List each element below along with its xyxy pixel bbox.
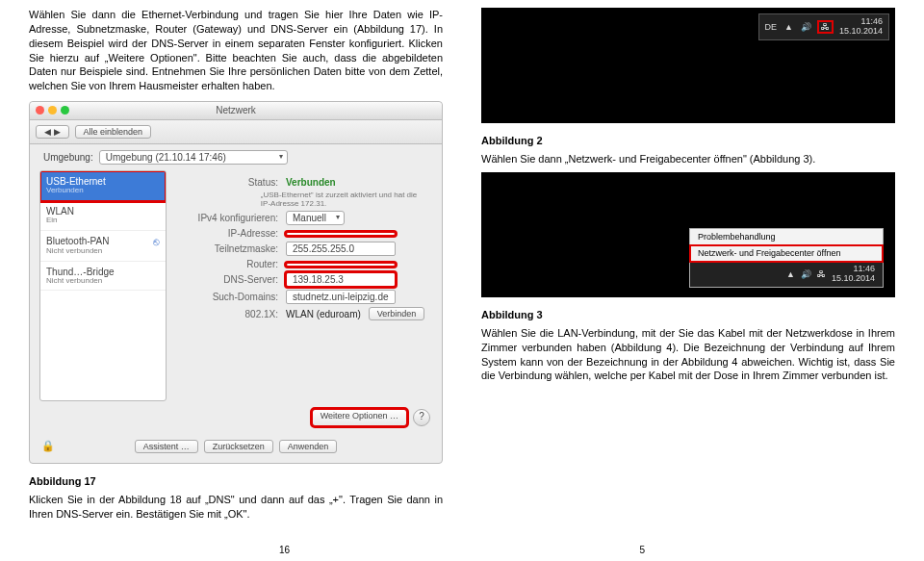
- close-icon[interactable]: [36, 106, 44, 115]
- intro-paragraph: Wählen Sie dann die Ethernet-Verbindung …: [29, 8, 443, 93]
- mac-titlebar: Netzwerk: [30, 102, 442, 120]
- sidebar-item-status: Ein: [46, 217, 160, 225]
- tray-clock: 11:4615.10.2014: [832, 265, 875, 284]
- searchdomain-label: Such-Domains:: [182, 292, 278, 302]
- window-title: Netzwerk: [216, 105, 256, 115]
- router-label: Router:: [182, 259, 278, 269]
- reset-button[interactable]: Zurücksetzen: [204, 440, 273, 453]
- figure-17-screenshot: Netzwerk ◀ ▶ Alle einblenden Umgebung: U…: [29, 101, 443, 464]
- network-context-menu: Problembehandlung Netzwerk- und Freigabe…: [689, 228, 884, 288]
- toolbar: ◀ ▶ Alle einblenden: [30, 120, 442, 144]
- sidebar-item-status: Verbunden: [46, 187, 160, 195]
- caption-3: Abbildung 3: [481, 309, 895, 320]
- searchdomain-input[interactable]: studnetz.uni-leipzig.de: [286, 290, 396, 304]
- tray-clock: 11:4615.10.2014: [839, 17, 883, 37]
- windows-tray: DE ▲ 🔊 🖧 11:4615.10.2014: [758, 13, 889, 40]
- minimize-icon[interactable]: [48, 106, 57, 115]
- lock-icon[interactable]: 🔒: [41, 440, 55, 452]
- environment-label: Umgebung:: [43, 152, 93, 163]
- volume-icon: 🔊: [801, 22, 811, 32]
- show-all-button[interactable]: Alle einblenden: [75, 125, 152, 139]
- ipv4-select[interactable]: Manuell: [286, 211, 345, 225]
- status-value: Verbunden: [286, 177, 336, 188]
- apply-button[interactable]: Anwenden: [279, 440, 338, 453]
- page-number-left: 16: [279, 545, 290, 555]
- 8021x-label: 802.1X:: [182, 309, 278, 319]
- status-note: „USB-Ethernet" ist zurzeit aktiviert und…: [261, 191, 426, 208]
- caption-2: Abbildung 2: [481, 135, 895, 146]
- zoom-icon[interactable]: [61, 106, 69, 115]
- menu-item-troubleshoot[interactable]: Problembehandlung: [690, 229, 883, 245]
- connection-detail: Status:Verbunden „USB-Ethernet" ist zurz…: [167, 170, 442, 401]
- network-icon: 🖧: [817, 269, 826, 279]
- nav-back-forward[interactable]: ◀ ▶: [36, 125, 69, 139]
- para-lan-select: Wählen Sie die LAN-Verbindung, mit der S…: [481, 326, 895, 383]
- more-options-button[interactable]: Weitere Optionen …: [312, 409, 407, 426]
- environment-select[interactable]: Umgebung (21.10.14 17:46): [99, 150, 288, 165]
- environment-row: Umgebung: Umgebung (21.10.14 17:46): [30, 144, 442, 170]
- bluetooth-icon: ⎋: [153, 236, 160, 247]
- connection-sidebar: USB-Ethernet Verbunden WLAN Ein Bluetoot…: [39, 170, 167, 401]
- assistant-button[interactable]: Assistent …: [135, 440, 198, 453]
- router-input[interactable]: [286, 263, 396, 267]
- sidebar-item-label: Bluetooth-PAN: [46, 236, 109, 247]
- status-label: Status:: [182, 177, 278, 188]
- dns-label: DNS-Server:: [182, 274, 278, 285]
- dns-input[interactable]: 139.18.25.3: [286, 272, 396, 287]
- caption-17: Abbildung 17: [29, 475, 443, 487]
- network-icon[interactable]: 🖧: [819, 22, 832, 32]
- traffic-lights: [36, 106, 69, 115]
- sidebar-item-wlan[interactable]: WLAN Ein: [40, 201, 166, 231]
- sidebar-item-bluetooth[interactable]: Bluetooth-PAN⎋ Nicht verbunden: [40, 231, 166, 262]
- volume-icon: 🔊: [801, 269, 811, 279]
- sidebar-item-label: Thund…-Bridge: [46, 267, 160, 277]
- sidebar-item-label: WLAN: [46, 206, 160, 217]
- para-open-center: Wählen Sie dann „Netzwerk- und Freigabec…: [481, 152, 895, 166]
- connect-button[interactable]: Verbinden: [369, 307, 425, 320]
- ipv4-label: IPv4 konfigurieren:: [182, 213, 278, 223]
- sidebar-item-thunderbolt[interactable]: Thund…-Bridge Nicht verbunden: [40, 262, 166, 292]
- 8021x-value: WLAN (eduroam): [286, 309, 361, 319]
- ip-input[interactable]: [286, 232, 396, 236]
- tray-lang: DE: [765, 22, 778, 32]
- subnet-label: Teilnetzmaske:: [182, 243, 278, 254]
- sidebar-item-status: Nicht verbunden: [46, 277, 160, 286]
- sidebar-item-usb-ethernet[interactable]: USB-Ethernet Verbunden: [40, 171, 166, 201]
- figure-3-screenshot: Problembehandlung Netzwerk- und Freigabe…: [481, 172, 895, 297]
- ip-label: IP-Adresse:: [182, 228, 278, 239]
- flag-icon: ▲: [784, 22, 793, 32]
- sidebar-item-status: Nicht verbunden: [46, 247, 160, 256]
- menu-item-open-center[interactable]: Netzwerk- und Freigabecenter öffnen: [690, 245, 883, 262]
- subnet-input[interactable]: 255.255.255.0: [286, 242, 396, 256]
- flag-icon: ▲: [786, 269, 795, 279]
- page-number-right: 5: [639, 545, 645, 555]
- help-icon[interactable]: ?: [413, 409, 430, 426]
- para-dns-step: Klicken Sie in der Abbildung 18 auf „DNS…: [29, 493, 443, 522]
- figure-2-screenshot: DE ▲ 🔊 🖧 11:4615.10.2014: [481, 8, 895, 123]
